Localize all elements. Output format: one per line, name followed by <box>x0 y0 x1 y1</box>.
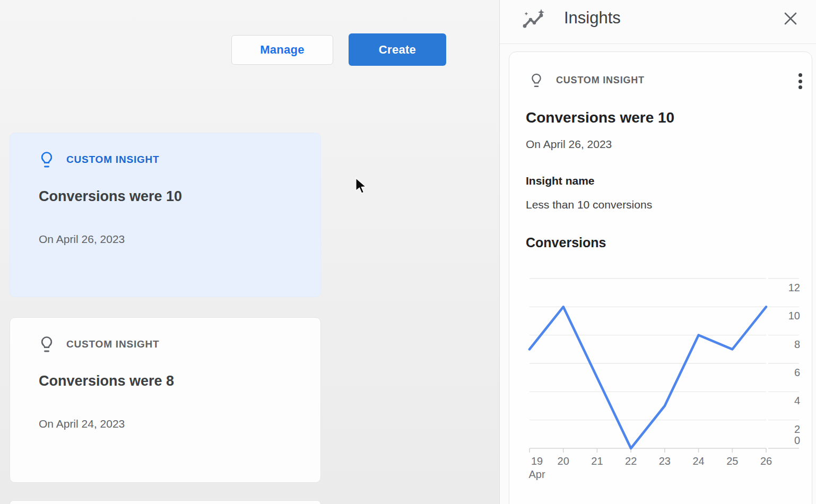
create-button[interactable]: Create <box>349 33 446 66</box>
insight-card-title: Conversions were 8 <box>39 373 174 389</box>
svg-text:21: 21 <box>591 455 603 467</box>
mouse-cursor <box>354 177 369 195</box>
svg-text:4: 4 <box>794 395 800 406</box>
insights-panel: Insights CUSTOM INSIGHT Conversions were… <box>499 0 816 504</box>
insight-name-label: Insight name <box>526 175 595 187</box>
insights-panel-header: Insights <box>500 0 816 44</box>
svg-text:19: 19 <box>531 455 543 467</box>
metric-heading: Conversions <box>526 235 606 250</box>
lightbulb-icon <box>529 72 543 89</box>
svg-text:26: 26 <box>760 455 772 467</box>
svg-text:20: 20 <box>558 455 569 467</box>
insight-card-conversions-10[interactable]: CUSTOM INSIGHT Conversions were 10 On Ap… <box>10 133 321 297</box>
insight-card-date: On April 26, 2023 <box>39 233 125 246</box>
svg-text:10: 10 <box>788 310 800 321</box>
lightbulb-icon <box>39 335 55 354</box>
insight-card-header: CUSTOM INSIGHT <box>39 150 160 169</box>
svg-text:22: 22 <box>625 455 637 467</box>
lightbulb-icon <box>39 150 55 169</box>
svg-text:25: 25 <box>726 455 738 467</box>
panel-title: Insights <box>564 8 621 28</box>
svg-text:2: 2 <box>794 423 800 435</box>
svg-text:0: 0 <box>794 435 800 446</box>
insight-name-value: Less than 10 conversions <box>526 198 652 211</box>
insight-card-conversions-8[interactable]: CUSTOM INSIGHT Conversions were 8 On Apr… <box>10 317 321 483</box>
panel-divider <box>500 44 816 44</box>
insight-card-title: Conversions were 10 <box>39 188 182 205</box>
svg-text:24: 24 <box>692 455 704 467</box>
detail-card-header: CUSTOM INSIGHT <box>529 72 645 89</box>
kebab-menu-icon[interactable] <box>794 72 806 90</box>
custom-insight-badge: CUSTOM INSIGHT <box>556 75 645 86</box>
insight-card-header: CUSTOM INSIGHT <box>39 335 160 354</box>
svg-text:8: 8 <box>794 338 800 350</box>
custom-insight-badge: CUSTOM INSIGHT <box>66 154 160 166</box>
detail-title: Conversions were 10 <box>526 109 674 126</box>
chart-gridlines <box>529 279 799 453</box>
x-axis-month-label: Apr <box>528 468 545 480</box>
insight-card-date: On April 24, 2023 <box>39 418 125 430</box>
custom-insight-badge: CUSTOM INSIGHT <box>66 338 160 350</box>
conversions-series-line <box>529 307 766 448</box>
insights-sparkline-icon <box>522 8 546 32</box>
detail-date: On April 26, 2023 <box>526 138 612 151</box>
insight-detail-card: CUSTOM INSIGHT Conversions were 10 On Ap… <box>509 51 812 504</box>
insight-card-partial[interactable] <box>10 500 321 504</box>
main-content: Manage Create CUSTOM INSIGHT Conversions… <box>0 0 499 504</box>
svg-text:6: 6 <box>794 367 800 378</box>
line-chart-svg: 0246810121920212223242526Apr <box>524 268 811 481</box>
conversions-line-chart: 0246810121920212223242526Apr <box>524 268 811 481</box>
screen: Manage Create CUSTOM INSIGHT Conversions… <box>0 0 816 504</box>
manage-button[interactable]: Manage <box>231 35 333 65</box>
svg-text:12: 12 <box>788 282 800 293</box>
svg-text:23: 23 <box>659 455 671 467</box>
close-icon[interactable] <box>782 10 799 27</box>
